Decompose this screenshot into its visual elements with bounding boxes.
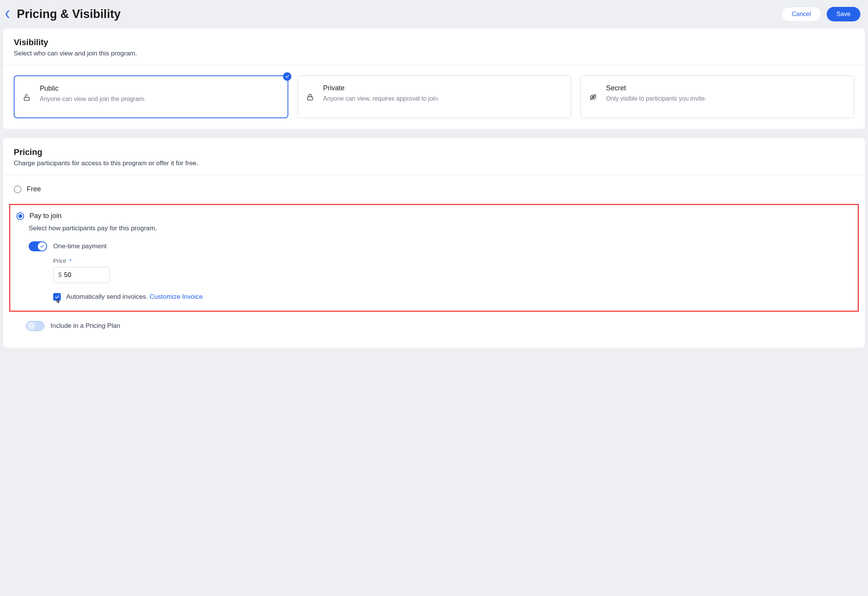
- visibility-option-private[interactable]: Private Anyone can view, requires approv…: [297, 75, 571, 118]
- toggle-knob: [27, 322, 36, 330]
- pricing-option-free[interactable]: Free: [14, 185, 854, 193]
- page-title: Pricing & Visibility: [17, 7, 782, 21]
- visibility-title: Visibility: [14, 37, 854, 47]
- price-input-wrapper[interactable]: $: [53, 267, 110, 283]
- pricing-card: Pricing Charge participants for access t…: [3, 138, 865, 348]
- radio-label: Pay to join: [29, 212, 62, 220]
- pricing-title: Pricing: [14, 147, 854, 157]
- radio-label: Free: [27, 185, 41, 193]
- radio-icon[interactable]: [14, 186, 21, 193]
- visibility-card: Visibility Select who can view and join …: [3, 28, 865, 129]
- option-desc: Anyone can view, requires approval to jo…: [323, 94, 562, 103]
- customize-invoice-link[interactable]: Customize Invoice: [150, 293, 203, 300]
- option-desc: Anyone can view and join the program.: [40, 95, 278, 103]
- option-desc: Only visible to participants you invite.: [606, 94, 845, 103]
- cancel-button[interactable]: Cancel: [782, 7, 821, 21]
- visibility-option-public[interactable]: Public Anyone can view and join the prog…: [14, 75, 288, 118]
- cursor-pointer-icon: [55, 298, 62, 307]
- pricing-plan-label: Include in a Pricing Plan: [50, 322, 120, 330]
- option-title: Public: [40, 85, 278, 93]
- radio-icon[interactable]: [16, 212, 24, 220]
- check-icon: [283, 72, 291, 81]
- one-time-payment-toggle[interactable]: [29, 241, 47, 251]
- price-input[interactable]: [64, 271, 105, 279]
- option-title: Private: [323, 84, 562, 92]
- unlock-icon: [23, 85, 34, 109]
- svg-rect-0: [24, 97, 29, 100]
- pricing-subtitle: Charge participants for access to this p…: [14, 160, 854, 167]
- pay-to-join-subtitle: Select how participants pay for this pro…: [29, 225, 850, 232]
- save-button[interactable]: Save: [827, 7, 860, 21]
- pay-to-join-highlight: Pay to join Select how participants pay …: [9, 204, 859, 312]
- visibility-subtitle: Select who can view and join this progra…: [14, 50, 854, 57]
- back-button[interactable]: [4, 8, 14, 21]
- auto-invoice-label: Automatically send invoices. Customize I…: [66, 293, 203, 301]
- eye-off-icon: [589, 84, 600, 109]
- currency-symbol: $: [58, 271, 62, 279]
- one-time-payment-label: One-time payment: [53, 243, 107, 250]
- pricing-option-pay[interactable]: Pay to join: [16, 212, 850, 220]
- svg-rect-1: [307, 97, 312, 100]
- pricing-plan-toggle[interactable]: [26, 321, 44, 331]
- option-title: Secret: [606, 84, 845, 92]
- lock-icon: [306, 84, 317, 109]
- toggle-knob: [38, 242, 46, 251]
- visibility-option-secret[interactable]: Secret Only visible to participants you …: [580, 75, 854, 118]
- price-label: Price *: [53, 257, 850, 264]
